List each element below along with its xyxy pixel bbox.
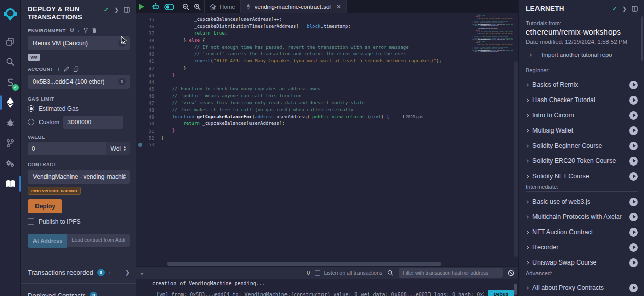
ai-copilot-icon[interactable] (152, 3, 160, 11)
environment-select[interactable]: Remix VM (Cancun) ⇅ (28, 36, 130, 50)
fork-icon[interactable] (83, 28, 88, 33)
tab-file[interactable]: vending-machine-contract.sol ✕ (240, 0, 347, 13)
listen-checkbox[interactable] (315, 270, 320, 276)
tutorial-item[interactable]: Solidity ERC20 Token Course (526, 153, 638, 169)
tutorial-play-button[interactable] (629, 228, 638, 237)
line-number-gutter[interactable]: 53 (136, 141, 161, 148)
code-line[interactable]: 38 } else { (136, 37, 469, 44)
zoom-out-icon[interactable] (182, 3, 189, 10)
code-line[interactable]: 48 // This makes it free to call (no gas… (136, 107, 469, 114)
line-number-gutter[interactable]: 42 (136, 65, 161, 72)
tutorial-item[interactable]: Solidity NFT Course (526, 169, 638, 184)
line-number-gutter[interactable]: 37 (136, 30, 161, 37)
run-script-icon[interactable] (139, 4, 144, 10)
value-unit-select[interactable]: Wei ▴▾ (106, 142, 130, 155)
tutorial-play-button[interactable] (629, 126, 638, 135)
code-line[interactable]: 35 _cupcakeBalances[userAddress]++; (136, 16, 469, 23)
code-line[interactable]: 49 function getCupcakeBalanceFor(address… (136, 114, 469, 121)
line-number-gutter[interactable]: 39 (136, 44, 161, 51)
deploy-run-icon[interactable] (0, 92, 21, 113)
tutorial-item[interactable]: All about Proxy Contracts (526, 280, 638, 295)
code-line[interactable]: 47 // 'view' means this function only re… (136, 100, 469, 107)
tutorial-play-button[interactable] (629, 142, 638, 150)
code-line[interactable]: 40 // 'revert' cancels the transaction a… (136, 51, 469, 58)
line-number-gutter[interactable]: 43 (136, 72, 161, 79)
learneth-pin-icon[interactable] (632, 6, 638, 12)
code-line[interactable]: 53 (136, 141, 469, 148)
tutorial-item[interactable]: Recorder (526, 240, 638, 255)
tutorial-item[interactable]: Basic use of web3.js (526, 194, 638, 209)
plug-icon[interactable] (69, 28, 75, 33)
code-line[interactable]: 36 _cupcakeDistributionTimes[userAddress… (136, 23, 469, 30)
transactions-expand-icon[interactable]: ❯ (125, 269, 130, 276)
code-line[interactable]: 41 revert("HTTP 429: Too Many Cupcakes (… (136, 58, 469, 65)
environment-info-icon[interactable]: i (78, 28, 80, 34)
import-tutorial-repo[interactable]: Import another tutorial repo (526, 52, 638, 58)
code-line[interactable]: 44 (136, 79, 469, 86)
tutorial-item[interactable]: NFT Auction Contract (526, 224, 638, 240)
add-account-icon[interactable]: + (57, 66, 60, 72)
line-number-gutter[interactable]: 40 (136, 51, 161, 58)
editor-vertical-scrollbar[interactable] (514, 61, 518, 257)
pin-panel-icon[interactable] (124, 7, 130, 13)
tutorial-play-button[interactable] (629, 198, 638, 206)
plugin-manager-icon[interactable] (0, 153, 21, 174)
code-line[interactable]: 45 // Function to check how many cupcake… (136, 86, 469, 93)
editor-horizontal-scrollbar[interactable] (136, 261, 518, 266)
code-line[interactable]: 52} (136, 135, 469, 142)
tutorial-play-button[interactable] (629, 157, 638, 166)
clear-console-icon[interactable] (508, 270, 514, 276)
line-number-gutter[interactable]: 36 (136, 23, 161, 30)
close-tab-icon[interactable]: ✕ (336, 3, 341, 10)
sign-message-icon[interactable] (64, 66, 69, 72)
line-number-gutter[interactable]: 48 (136, 107, 161, 114)
tutorial-play-button[interactable] (629, 213, 638, 221)
line-number-gutter[interactable]: 49 (136, 114, 161, 121)
line-number-gutter[interactable]: 52 (136, 135, 161, 142)
code-line[interactable]: 51 } (136, 127, 469, 135)
file-explorer-icon[interactable] (0, 31, 21, 52)
tutorial-play-button[interactable] (629, 243, 638, 252)
estimated-gas-radio[interactable] (28, 105, 34, 112)
learneth-icon[interactable] (0, 174, 21, 194)
terminal-scrollbar[interactable] (514, 284, 517, 295)
breakpoint-dot[interactable] (138, 143, 142, 147)
line-number-gutter[interactable]: 45 (136, 86, 161, 93)
tutorial-item[interactable]: Hash Checker Tutorial (526, 92, 638, 108)
code-line[interactable]: 37 return true; (136, 30, 469, 37)
line-number-gutter[interactable]: 51 (136, 127, 161, 135)
copy-address-icon[interactable] (73, 66, 79, 72)
publish-ipfs-option[interactable]: Publish to IPFS (28, 218, 130, 225)
terminal-collapse-icon[interactable]: ⌄⌄ (140, 272, 143, 274)
learneth-chevron-icon[interactable]: ❯ (622, 6, 627, 12)
horizontal-scroll-thumb[interactable] (167, 262, 441, 266)
tutorial-item[interactable]: Intro to Circom (526, 108, 638, 123)
tutorial-play-button[interactable] (629, 96, 638, 105)
code-line[interactable]: 43 } (136, 72, 469, 79)
environment-dropdown-icon[interactable]: ⇅ (118, 39, 126, 47)
at-address-button[interactable]: At Address (28, 234, 67, 248)
tutorial-item[interactable]: Multichain Protocols with Axelar (526, 209, 638, 224)
at-address-input[interactable] (67, 234, 130, 247)
zoom-in-icon[interactable] (194, 3, 201, 10)
copilot-toggle-icon[interactable] (164, 4, 174, 10)
line-number-gutter[interactable]: 38 (136, 37, 161, 44)
tutorial-play-button[interactable] (629, 172, 638, 181)
transactions-recorded-section[interactable]: Transactions recorded 0 i ❯ (21, 261, 136, 283)
listen-all-transactions[interactable]: Listen on all transactions (315, 270, 382, 276)
custom-gas-radio[interactable] (28, 119, 34, 125)
debug-button[interactable]: Debug (488, 290, 514, 296)
debugger-icon[interactable] (0, 113, 21, 133)
solidity-compiler-icon[interactable]: ✓ (0, 72, 21, 92)
tutorial-play-button[interactable] (629, 258, 638, 267)
tutorial-item[interactable]: Basics of Remix (526, 77, 638, 92)
deploy-button[interactable]: Deploy (28, 199, 62, 213)
line-number-gutter[interactable]: 41 (136, 58, 161, 65)
contract-select[interactable]: VendingMachine - vending-machin ▴▾ (28, 170, 130, 184)
tutorial-play-button[interactable] (629, 284, 638, 292)
estimated-gas-option[interactable]: Estimated Gas (28, 105, 130, 112)
line-number-gutter[interactable]: 35 (136, 16, 161, 23)
line-number-gutter[interactable]: 44 (136, 79, 161, 86)
value-input[interactable] (28, 142, 106, 155)
tutorial-item[interactable]: Uniswap Swap Course (526, 255, 638, 270)
